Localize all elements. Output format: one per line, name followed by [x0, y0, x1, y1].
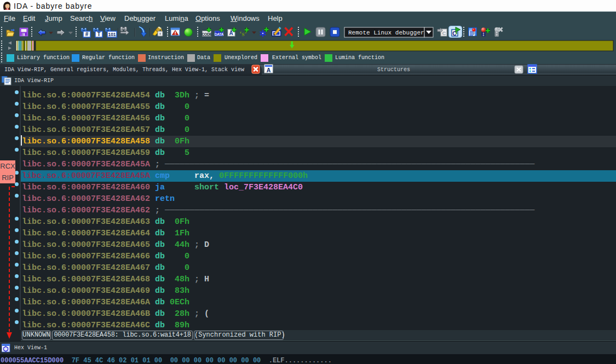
svg-text:DATA: DATA — [215, 32, 224, 36]
svg-text:C: C — [442, 30, 446, 36]
svg-text:A: A — [267, 67, 271, 73]
svg-text:101: 101 — [108, 32, 116, 37]
svg-text:Remote Linux debugger: Remote Linux debugger — [348, 30, 424, 36]
svg-text:T: T — [97, 31, 100, 37]
svg-text:CODE: CODE — [202, 32, 212, 36]
svg-text:#: # — [85, 31, 89, 37]
